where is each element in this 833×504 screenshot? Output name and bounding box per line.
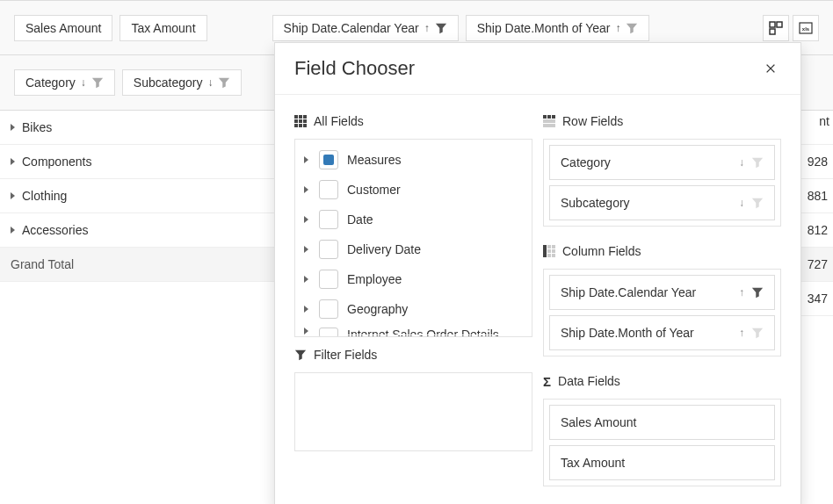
field-chooser-button[interactable] [763,15,789,41]
row-label: Clothing [22,189,67,203]
checkbox[interactable] [319,270,338,289]
filter-icon[interactable] [435,22,447,34]
section-header-column-fields: Column Fields [543,241,781,262]
svg-rect-15 [547,115,551,119]
expand-icon[interactable] [11,124,15,131]
popup-title: Field Chooser [294,57,415,80]
row-label: Accessories [22,223,88,237]
expand-icon[interactable] [304,246,308,253]
rows-icon [543,115,555,127]
tree-item-label: Geography [347,302,408,316]
tree-item[interactable]: Employee [295,264,532,294]
expand-icon[interactable] [304,306,308,313]
tree-item-label: Customer [347,183,401,197]
data-field-chip[interactable]: Sales Amount [14,15,112,41]
checkbox[interactable] [319,150,338,169]
sort-asc-icon: ↑ [424,22,430,34]
close-button[interactable] [760,58,781,79]
area-field-chip[interactable]: Ship Date.Calendar Year ↑ [549,275,775,310]
column-fields-area[interactable]: Ship Date.Calendar Year ↑ Ship Date.Mont… [543,269,781,356]
expand-icon[interactable] [304,216,308,223]
filter-icon[interactable] [751,327,764,339]
svg-rect-13 [303,124,307,127]
tree-item-label: Delivery Date [347,242,421,256]
data-column-peek: 928 881 812 727 347 [798,145,833,316]
field-label: Ship Date.Calendar Year [284,21,419,35]
filter-icon[interactable] [218,76,230,89]
row-field-chip[interactable]: Category ↓ [14,69,115,96]
expand-icon[interactable] [11,227,15,234]
expand-icon[interactable] [11,158,15,165]
checkbox[interactable] [319,328,338,337]
checkbox[interactable] [319,240,338,259]
field-chooser-popup: Field Chooser All Fields [274,42,801,504]
tree-item[interactable]: Internet Sales Order Details [295,324,532,337]
row-fields-area[interactable]: Category ↓ Subcategory ↓ [543,139,781,227]
checkbox[interactable] [319,180,338,199]
filter-icon[interactable] [91,76,104,89]
checkbox[interactable] [319,299,338,319]
area-field-chip[interactable]: Subcategory ↓ [549,185,775,220]
svg-rect-9 [299,119,302,123]
filter-icon[interactable] [751,197,764,209]
section-header-filter-fields: Filter Fields [294,344,532,365]
svg-rect-19 [543,245,547,257]
sort-asc-icon: ↑ [615,22,620,34]
sort-desc-icon[interactable]: ↓ [739,197,744,209]
tree-item-label: Internet Sales Order Details [347,328,499,337]
tree-item[interactable]: Measures [295,145,532,175]
field-label: Ship Date.Month of Year [561,326,694,340]
svg-rect-23 [552,249,555,253]
svg-rect-11 [294,124,298,127]
tree-item[interactable]: Customer [295,175,532,205]
sort-desc-icon: ↓ [81,76,86,89]
area-field-chip[interactable]: Tax Amount [549,445,775,480]
filter-fields-area[interactable] [294,372,532,451]
area-field-chip[interactable]: Sales Amount [549,405,775,440]
sort-desc-icon[interactable]: ↓ [739,156,744,169]
field-label: Category [561,155,611,169]
row-field-chip[interactable]: Subcategory ↓ [122,69,243,96]
export-xls-button[interactable]: xls [793,15,819,41]
field-label: Category [25,76,76,90]
filter-icon[interactable] [751,286,764,299]
expand-icon[interactable] [304,156,308,163]
columns-icon [543,245,555,257]
all-fields-tree[interactable]: Measures Customer Date [294,139,532,337]
area-field-chip[interactable]: Ship Date.Month of Year ↑ [549,315,775,350]
svg-rect-2 [770,29,775,34]
data-field-chip[interactable]: Tax Amount [120,15,206,41]
svg-rect-20 [547,245,551,248]
tree-item[interactable]: Date [295,205,532,234]
sort-asc-icon[interactable]: ↑ [739,327,744,339]
svg-rect-18 [543,124,555,127]
expand-icon[interactable] [11,192,15,199]
sort-asc-icon[interactable]: ↑ [739,286,744,299]
checkbox[interactable] [319,210,338,229]
expand-icon[interactable] [304,328,308,335]
expand-icon[interactable] [304,186,308,193]
field-label: Tax Amount [131,21,195,35]
column-field-chip[interactable]: Ship Date.Month of Year ↑ [466,15,650,41]
svg-rect-16 [552,115,555,119]
svg-rect-17 [543,119,555,123]
tree-item-label: Measures [347,153,401,167]
sort-desc-icon: ↓ [207,76,213,89]
expand-icon[interactable] [304,276,308,283]
column-header-fragment: nt [819,114,829,128]
svg-rect-8 [294,119,298,123]
field-label: Ship Date.Calendar Year [561,285,696,299]
tree-item[interactable]: Delivery Date [295,234,532,264]
filter-icon[interactable] [626,22,638,34]
svg-rect-6 [299,115,302,119]
tree-item[interactable]: Geography [295,294,532,324]
filter-icon[interactable] [751,156,764,169]
grand-total-label: Grand Total [11,257,74,271]
area-field-chip[interactable]: Category ↓ [549,145,775,180]
grid-icon [294,115,307,127]
data-fields-area[interactable]: Sales Amount Tax Amount [543,399,781,486]
field-label: Ship Date.Month of Year [477,21,611,35]
column-field-chip[interactable]: Ship Date.Calendar Year ↑ [272,15,459,41]
section-header-row-fields: Row Fields [543,111,781,132]
svg-rect-21 [552,245,555,248]
